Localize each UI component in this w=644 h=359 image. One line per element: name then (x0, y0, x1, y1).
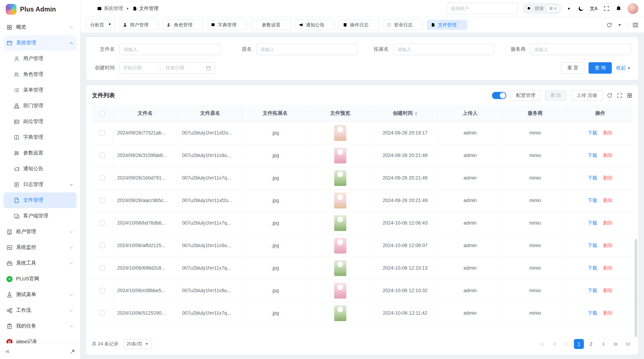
delete-link[interactable]: 删除 (603, 130, 613, 136)
delete-link[interactable]: 删除 (603, 265, 613, 271)
close-icon[interactable] (283, 23, 287, 27)
sidebar-item-dept[interactable]: 部门管理 (4, 98, 76, 114)
sidebar-item-test[interactable]: 测试菜单 (4, 287, 76, 303)
origin-name-input[interactable] (256, 44, 358, 55)
refresh-tab-button[interactable] (606, 22, 612, 28)
delete-link[interactable]: 删除 (603, 287, 613, 294)
file-thumbnail[interactable] (334, 305, 346, 321)
sidebar-item-plus-site[interactable]: + PLUS官网 (4, 271, 76, 287)
sidebar-item-file[interactable]: 文件管理 (4, 192, 76, 208)
user-avatar[interactable] (628, 3, 638, 14)
tab-user[interactable]: 用户管理 (119, 20, 159, 30)
sidebar-item-tools[interactable]: 系统工具 (4, 255, 76, 271)
search-button[interactable]: 查 询 (588, 62, 612, 74)
close-icon[interactable] (239, 23, 243, 27)
settings-button[interactable] (566, 5, 572, 12)
jump-back-button[interactable] (550, 339, 560, 349)
collapse-filter-link[interactable]: 收起 (616, 65, 631, 71)
file-thumbnail[interactable] (334, 215, 346, 231)
delete-link[interactable]: 删除 (603, 152, 613, 159)
first-page-button[interactable] (538, 339, 548, 349)
tab-file[interactable]: 文件管理 (427, 20, 467, 30)
close-icon[interactable] (415, 23, 419, 27)
delete-button[interactable]: 删 除 (545, 90, 567, 101)
row-checkbox[interactable] (100, 198, 105, 203)
sidebar-item-monitor[interactable]: 系统监控 (4, 240, 76, 255)
row-checkbox[interactable] (100, 311, 105, 316)
column-settings-button[interactable] (627, 93, 632, 98)
tab-oper-log[interactable]: 操作日志 (339, 20, 379, 30)
download-link[interactable]: 下载 (588, 220, 597, 226)
delete-link[interactable]: 删除 (603, 310, 613, 316)
row-checkbox[interactable] (100, 175, 105, 181)
close-icon[interactable] (371, 23, 375, 27)
menu-toggle-button[interactable] (86, 5, 93, 12)
sidebar-item-param[interactable]: 参数设置 (4, 145, 76, 161)
file-thumbnail[interactable] (334, 238, 346, 253)
translate-button[interactable]: 文A (590, 5, 598, 12)
file-thumbnail[interactable] (334, 193, 346, 208)
row-checkbox[interactable] (100, 153, 105, 158)
jump-forward-button[interactable] (610, 339, 620, 349)
page-2-button[interactable]: 2 (586, 339, 596, 349)
sidebar-item-menu[interactable]: 菜单管理 (4, 82, 76, 98)
row-checkbox[interactable] (100, 243, 105, 248)
tab-actions-dropdown[interactable] (617, 22, 622, 27)
file-thumbnail[interactable] (334, 170, 346, 186)
download-link[interactable]: 下载 (588, 152, 597, 159)
row-checkbox[interactable] (100, 266, 105, 271)
dark-mode-button[interactable] (578, 5, 584, 12)
file-thumbnail[interactable] (334, 283, 346, 298)
sidebar-item-notice[interactable]: 通知公告 (4, 161, 76, 177)
sidebar-item-client[interactable]: 客户端管理 (4, 208, 76, 224)
tab-dict[interactable]: 字典管理 (207, 20, 247, 30)
sidebar-item-tasks[interactable]: 我的任务 (4, 318, 76, 334)
file-thumbnail[interactable] (334, 260, 346, 276)
sidebar-item-dict[interactable]: 字典管理 (4, 129, 76, 145)
table-scrollbar[interactable] (635, 239, 637, 337)
tab-role[interactable]: 角色管理 (163, 20, 203, 30)
download-link[interactable]: 下载 (588, 310, 597, 316)
prev-page-button[interactable] (562, 339, 572, 349)
tab-notice[interactable]: 通知公告 (295, 20, 335, 30)
last-page-button[interactable] (622, 339, 632, 349)
date-range-input[interactable]: 开始日期 → 结束日期 (119, 62, 215, 74)
sidebar-pin-icon[interactable] (70, 349, 75, 354)
close-icon[interactable] (151, 23, 155, 27)
sidebar-item-overview[interactable]: 概览 (4, 19, 76, 35)
refresh-table-button[interactable] (607, 93, 612, 98)
page-size-select[interactable]: 20条/页 (123, 339, 152, 349)
next-page-button[interactable] (598, 339, 608, 349)
close-icon[interactable] (327, 23, 331, 27)
notifications-button[interactable] (616, 5, 622, 12)
delete-link[interactable]: 删除 (603, 220, 613, 226)
sidebar-item-gitee[interactable]: G gitee记录 (4, 334, 76, 343)
layout-columns-button[interactable] (632, 22, 638, 28)
row-checkbox[interactable] (100, 288, 105, 293)
sort-control[interactable] (415, 111, 418, 115)
fullscreen-button[interactable] (603, 5, 610, 12)
delete-link[interactable]: 删除 (603, 197, 613, 204)
delete-link[interactable]: 删除 (603, 175, 613, 181)
global-search-button[interactable]: 搜索 ⌘ K (522, 3, 561, 14)
sidebar-item-log[interactable]: 日志管理 (4, 177, 76, 192)
sidebar-item-workflow[interactable]: 工作流 (4, 303, 76, 318)
sidebar-item-system[interactable]: 系统管理 (4, 35, 76, 51)
tab-login-log[interactable]: 登录日志 (383, 20, 423, 30)
close-icon[interactable] (195, 23, 199, 27)
download-link[interactable]: 下载 (588, 130, 597, 136)
breadcrumb-root[interactable]: 系统管理 (97, 5, 123, 12)
file-thumbnail[interactable] (334, 147, 346, 163)
select-all-checkbox[interactable] (100, 111, 105, 116)
tab-analysis[interactable]: 分析页 (86, 20, 115, 30)
extension-input[interactable] (393, 44, 494, 55)
app-logo[interactable]: Plus Admin (0, 0, 80, 18)
pin-icon[interactable] (106, 22, 111, 27)
reset-button[interactable]: 重 置 (561, 62, 584, 74)
tab-param[interactable]: 参数设置 (251, 20, 291, 30)
sidebar-item-role[interactable]: 角色管理 (4, 66, 76, 82)
sidebar-collapse-button[interactable] (5, 349, 10, 354)
sidebar-item-post[interactable]: 岗位管理 (4, 114, 76, 129)
tenant-select-input[interactable] (446, 3, 518, 14)
file-thumbnail[interactable] (334, 125, 346, 141)
